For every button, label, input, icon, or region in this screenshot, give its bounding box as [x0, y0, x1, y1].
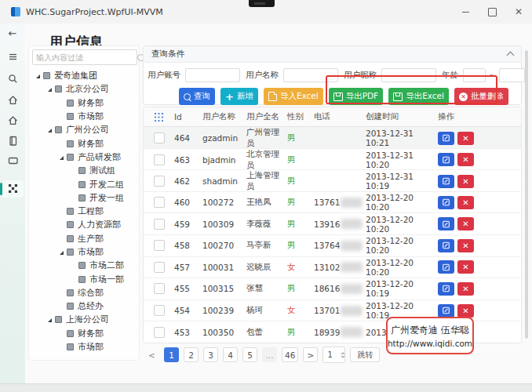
toolbar-button-导入Excel[interactable]: 导入Excel: [264, 88, 323, 105]
tree-node[interactable]: 开发一组: [31, 191, 137, 205]
tree-node[interactable]: 市场二部: [31, 259, 137, 272]
expand-arrow-icon[interactable]: [34, 71, 42, 80]
account-input[interactable]: [185, 68, 240, 82]
edit-button[interactable]: [438, 196, 454, 209]
row-checkbox[interactable]: [154, 197, 165, 208]
tree-node[interactable]: 市场一部: [31, 272, 137, 285]
tree-node[interactable]: 测试组: [31, 164, 137, 177]
delete-button[interactable]: ✕: [457, 175, 474, 188]
grid-handle-icon[interactable]: [144, 113, 174, 122]
org-node-icon: [67, 235, 74, 242]
tree-filter-input[interactable]: [33, 53, 137, 62]
tree-node[interactable]: 人力资源部: [31, 218, 137, 231]
next-page-button[interactable]: >: [303, 347, 318, 362]
tree-node-label: 市场部: [78, 343, 104, 351]
home-alt-icon[interactable]: [0, 111, 25, 129]
expand-arrow-icon[interactable]: [57, 248, 66, 256]
expand-arrow-icon[interactable]: [57, 153, 66, 162]
expand-arrow-icon[interactable]: [46, 85, 54, 93]
expand-arrow-icon[interactable]: [46, 125, 54, 134]
org-node-icon: [67, 221, 74, 228]
tree-node[interactable]: 财务部: [31, 136, 137, 150]
age-min-input[interactable]: [463, 68, 486, 82]
row-checkbox[interactable]: [154, 240, 165, 251]
toolbar-button-新增[interactable]: +新增: [220, 88, 258, 105]
menu-icon[interactable]: [0, 48, 25, 65]
row-checkbox[interactable]: [154, 154, 165, 165]
row-checkbox[interactable]: [154, 132, 165, 143]
tree-node[interactable]: 开发二组: [31, 177, 137, 191]
toolbar-button-批量删除[interactable]: ✕批量删除: [454, 88, 508, 105]
toolbar-button-导出Excel[interactable]: 导出Excel: [388, 88, 449, 105]
tree-node[interactable]: 广州分公司: [31, 123, 137, 136]
age-max-input[interactable]: [499, 68, 525, 82]
row-checkbox[interactable]: [154, 305, 165, 316]
search-icon[interactable]: [0, 70, 25, 87]
tree-node[interactable]: 综合部: [31, 286, 137, 299]
edit-button[interactable]: [438, 282, 454, 296]
modules-icon[interactable]: [0, 180, 25, 197]
tree-node[interactable]: 市场部: [31, 110, 137, 123]
delete-button[interactable]: ✕: [457, 282, 474, 296]
page-button-3[interactable]: 3: [203, 347, 218, 362]
tree-node[interactable]: 市场部: [31, 340, 137, 354]
edit-button[interactable]: [438, 132, 454, 145]
row-checkbox[interactable]: [154, 262, 165, 273]
jump-button[interactable]: 跳转: [350, 347, 380, 362]
tree-node[interactable]: 工程部: [31, 205, 137, 218]
prev-page-button[interactable]: <: [144, 347, 159, 362]
tree-node[interactable]: 上海分公司: [31, 313, 137, 326]
username-input[interactable]: [283, 68, 338, 82]
tree-node[interactable]: 财务部: [31, 96, 137, 110]
edit-button[interactable]: [438, 217, 454, 230]
delete-button[interactable]: ✕: [457, 132, 474, 145]
journal-icon[interactable]: [0, 132, 25, 149]
tree-node[interactable]: 财务部: [31, 327, 137, 340]
tree-node[interactable]: 总经办: [31, 299, 137, 313]
row-checkbox[interactable]: [154, 283, 165, 294]
vertical-scrollbar[interactable]: [525, 50, 528, 339]
delete-button[interactable]: ✕: [457, 153, 474, 166]
toolbar-button-导出PDF[interactable]: 导出PDF: [329, 88, 383, 105]
row-checkbox[interactable]: [154, 327, 165, 338]
minimize-button[interactable]: [452, 0, 479, 24]
delete-button[interactable]: ✕: [457, 304, 474, 318]
cell-phone: 18616: [314, 284, 366, 294]
nickname-input[interactable]: [381, 68, 436, 82]
cell-gender: 男: [287, 283, 314, 294]
page-button-1[interactable]: 1: [164, 347, 179, 362]
toolbar-button-查询[interactable]: 查询: [179, 88, 215, 105]
page-button-4[interactable]: 4: [223, 347, 238, 362]
delete-button[interactable]: ✕: [457, 196, 474, 209]
tree-node[interactable]: 北京分公司: [31, 82, 137, 96]
page-jump-input[interactable]: [323, 350, 340, 359]
page-button-2[interactable]: 2: [184, 347, 199, 362]
maximize-button[interactable]: [479, 0, 505, 24]
window-icon[interactable]: [0, 151, 25, 169]
edit-button[interactable]: [438, 304, 454, 318]
collapse-chevron-icon[interactable]: [507, 52, 515, 60]
row-checkbox[interactable]: [154, 176, 165, 187]
tree-node[interactable]: 市场部: [31, 245, 137, 259]
page-button-46[interactable]: 46: [282, 347, 298, 362]
expand-arrow-icon[interactable]: [46, 315, 54, 324]
tree-node[interactable]: 产品研发部: [31, 151, 137, 164]
row-checkbox[interactable]: [154, 219, 165, 230]
home-icon[interactable]: [0, 91, 25, 108]
edit-button[interactable]: [438, 153, 454, 166]
page-button-5[interactable]: 5: [242, 347, 257, 362]
delete-button[interactable]: ✕: [457, 217, 474, 230]
edit-button[interactable]: [438, 239, 454, 252]
delete-button[interactable]: ✕: [457, 239, 474, 252]
tree-node[interactable]: 生产部: [31, 232, 137, 245]
edit-button[interactable]: [438, 175, 454, 188]
delete-button[interactable]: ✕: [457, 260, 474, 274]
cell-created: 2013-12-31 10:21: [366, 129, 438, 147]
close-button[interactable]: ✕: [505, 0, 532, 24]
tree-node[interactable]: 爱奇迪集团: [31, 69, 137, 82]
spinner-arrows-icon[interactable]: [341, 352, 345, 358]
edit-button[interactable]: [438, 260, 454, 274]
table-row: 457100031迟晓辰女131022013-12-20 10:20✕: [144, 257, 521, 279]
phone-blur-redaction: [341, 327, 363, 337]
back-button[interactable]: ←: [5, 26, 20, 40]
